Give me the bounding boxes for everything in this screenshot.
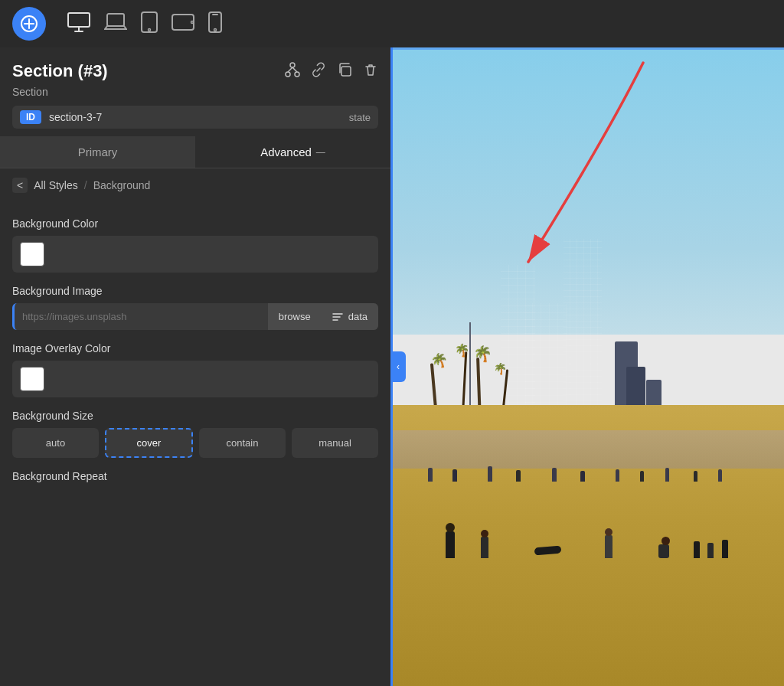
svg-line-17: [288, 67, 292, 72]
canvas-image: 🌴 🌴 🌴 🌴: [390, 47, 784, 686]
svg-rect-3: [68, 13, 90, 27]
duplicate-icon[interactable]: [337, 62, 352, 81]
selection-border-top: [390, 47, 784, 50]
panel-subtitle: Section: [12, 86, 378, 98]
size-auto-button[interactable]: auto: [12, 428, 99, 458]
bg-color-label: Background Color: [12, 217, 378, 230]
add-button[interactable]: [12, 7, 46, 41]
overlay-color-row: [12, 361, 378, 397]
collapse-handle[interactable]: ‹: [390, 351, 406, 382]
breadcrumb-current: Background: [93, 179, 151, 191]
hierarchy-icon[interactable]: [285, 62, 300, 81]
device-icons: [67, 11, 222, 37]
svg-rect-19: [341, 67, 351, 76]
bg-image-label: Background Image: [12, 285, 378, 297]
panel-title: Section (#3): [12, 61, 108, 81]
top-toolbar: [0, 0, 784, 47]
tab-advanced[interactable]: Advanced: [195, 136, 390, 168]
overlay-color-swatch[interactable]: [20, 367, 44, 391]
breadcrumb: < All Styles / Background: [0, 168, 390, 202]
main-area: Section (#3): [0, 47, 784, 686]
tab-primary[interactable]: Primary: [0, 136, 195, 168]
svg-point-12: [214, 28, 217, 31]
laptop-icon[interactable]: [104, 12, 127, 36]
panel-title-actions: [285, 62, 378, 81]
phone-icon[interactable]: [208, 11, 222, 37]
bg-color-swatch[interactable]: [20, 242, 44, 266]
data-button[interactable]: data: [322, 303, 378, 330]
svg-point-14: [290, 63, 295, 67]
breadcrumb-separator: /: [84, 179, 87, 191]
svg-rect-6: [107, 14, 124, 26]
id-badge: ID: [20, 110, 41, 124]
right-canvas: ‹ 🌴 🌴: [390, 47, 784, 686]
left-panel: Section (#3): [0, 47, 390, 686]
browse-button[interactable]: browse: [268, 303, 322, 330]
panel-content: Background Color Background Image browse…: [0, 202, 390, 686]
state-button[interactable]: state: [349, 112, 371, 123]
monitor-icon[interactable]: [67, 12, 90, 36]
tablet-icon[interactable]: [141, 11, 158, 37]
all-styles-link[interactable]: All Styles: [34, 179, 78, 191]
bg-repeat-label: Background Repeat: [12, 470, 378, 482]
svg-point-16: [295, 72, 299, 77]
svg-point-8: [149, 28, 151, 31]
collapse-icon: ‹: [397, 361, 400, 372]
id-row: ID section-3-7 state: [12, 106, 378, 129]
size-manual-button[interactable]: manual: [292, 428, 378, 458]
bg-image-row: browse data: [12, 303, 378, 330]
svg-point-10: [191, 21, 194, 23]
size-contain-button[interactable]: contain: [199, 428, 286, 458]
breadcrumb-back-button[interactable]: <: [12, 178, 28, 193]
bg-image-input[interactable]: [15, 303, 268, 330]
svg-line-18: [292, 67, 297, 72]
overlay-color-label: Image Overlay Color: [12, 342, 378, 354]
bg-size-row: auto cover contain manual: [12, 428, 378, 458]
bg-size-label: Background Size: [12, 410, 378, 422]
link-icon[interactable]: [311, 62, 326, 81]
tabs-row: Primary Advanced: [0, 136, 390, 168]
tablet-landscape-icon[interactable]: [172, 14, 194, 34]
bg-people-layer: [410, 430, 765, 482]
panel-header: Section (#3): [0, 47, 390, 136]
trash-icon[interactable]: [363, 62, 378, 81]
svg-point-15: [286, 72, 290, 77]
bg-color-row: [12, 236, 378, 273]
size-cover-button[interactable]: cover: [105, 428, 193, 458]
id-value: section-3-7: [49, 111, 341, 123]
